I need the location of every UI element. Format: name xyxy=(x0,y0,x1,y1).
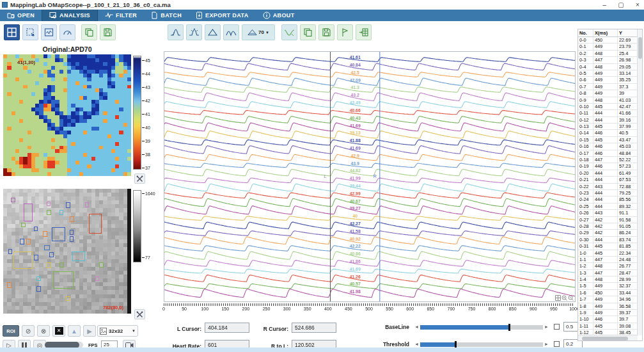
apd-rise-button[interactable] xyxy=(168,24,184,40)
apd-percent-dropdown[interactable]: 70 ▼ xyxy=(242,24,275,40)
flip-vertical-button[interactable]: ▲ xyxy=(68,325,81,337)
roi-rect[interactable] xyxy=(44,245,50,250)
table-row[interactable]: 0-1544543.47 xyxy=(578,137,638,143)
table-row[interactable]: 0-3044483.74 xyxy=(578,237,638,243)
roi-rect[interactable] xyxy=(70,236,74,242)
slider-left-arrow-icon[interactable]: ◄ xyxy=(414,324,419,330)
roi-rect[interactable] xyxy=(59,210,63,215)
table-horizontal-scrollbar[interactable] xyxy=(578,335,638,340)
roi-rect[interactable] xyxy=(7,282,12,288)
roi-rect[interactable] xyxy=(13,252,33,269)
roi-rect[interactable] xyxy=(95,276,99,282)
table-row[interactable]: 1-844936.58 xyxy=(578,303,638,310)
roi-rect[interactable] xyxy=(66,202,70,208)
roi-rect[interactable] xyxy=(85,202,89,207)
table-row[interactable]: 1-044522.34 xyxy=(578,250,638,257)
threshold-slider[interactable]: ◄ ► xyxy=(414,341,549,348)
maximize-button[interactable]: ▢ xyxy=(617,0,625,10)
table-row[interactable]: 0-1244439.16 xyxy=(578,117,638,124)
minimize-button[interactable]: – xyxy=(601,0,608,10)
roi-rect[interactable] xyxy=(66,296,70,301)
apd-peak-button[interactable] xyxy=(186,24,202,40)
table-row[interactable]: 1-144724.48 xyxy=(578,257,638,263)
flip-horizontal-button[interactable]: ▶ xyxy=(83,325,96,337)
baseline-checkbox[interactable] xyxy=(554,324,560,330)
menu-analysis[interactable]: ANALYSIS xyxy=(42,10,98,21)
threshold-checkbox[interactable] xyxy=(554,341,560,347)
menu-open[interactable]: OPEN xyxy=(0,10,42,21)
roi-rect[interactable] xyxy=(36,286,41,292)
table-row[interactable]: 1-1044639.7 xyxy=(578,316,638,323)
roi-rect[interactable] xyxy=(53,271,74,289)
apd-heatmap-panel[interactable]: 41(1,30) xyxy=(3,54,131,176)
apd-triangle-button[interactable] xyxy=(205,24,221,40)
table-row[interactable]: 0-1644645.03 xyxy=(578,143,638,150)
table-header-cell[interactable]: Y xyxy=(618,29,638,36)
roi-rect[interactable] xyxy=(34,227,38,232)
table-row[interactable]: 0-2744291.58 xyxy=(578,217,638,223)
roi-rect[interactable] xyxy=(8,249,12,255)
table-row[interactable]: 0-2344479.25 xyxy=(578,190,638,196)
table-row[interactable]: 0-1944657.23 xyxy=(578,163,638,170)
slider-thumb[interactable] xyxy=(455,341,457,348)
roi-rect[interactable] xyxy=(52,227,65,241)
table-row[interactable]: 0-644935.25 xyxy=(578,77,638,83)
roi-rect[interactable] xyxy=(11,198,15,203)
copy-traces-button[interactable] xyxy=(300,24,316,40)
table-row[interactable]: 0-744937.3 xyxy=(578,84,638,90)
roi-clear-button[interactable]: ⊘ xyxy=(22,325,35,337)
table-row[interactable]: 0-1144441.66 xyxy=(578,110,638,116)
table-row[interactable]: 0-244825.4 xyxy=(578,51,638,57)
table-row[interactable]: 1-1144539.08 xyxy=(578,323,638,330)
table-row[interactable]: 0-944841.03 xyxy=(578,97,638,104)
menu-batch[interactable]: BATCH xyxy=(144,10,189,21)
baseline-slider[interactable]: ◄ ► xyxy=(414,324,549,330)
roi-rect[interactable] xyxy=(47,262,51,268)
slider-right-arrow-icon[interactable]: ► xyxy=(544,324,549,330)
roi-rect[interactable] xyxy=(70,216,74,222)
table-row[interactable]: 0-045022.69 xyxy=(578,37,638,44)
roi-rect[interactable] xyxy=(26,239,31,244)
apd-heatmap-canvas[interactable] xyxy=(3,54,131,176)
roi-rect[interactable] xyxy=(43,231,47,237)
gauge-button[interactable] xyxy=(59,24,75,40)
heatmap-settings-button[interactable] xyxy=(134,173,145,184)
roi-rect[interactable] xyxy=(36,276,41,282)
trace-layout-button[interactable] xyxy=(41,24,57,40)
r-cursor-input[interactable]: 524.686 xyxy=(292,323,336,333)
table-row[interactable]: 0-1844752.22 xyxy=(578,157,638,163)
grid-view-button[interactable] xyxy=(4,24,20,40)
slider-track[interactable] xyxy=(420,325,543,330)
table-row[interactable]: 1-645033.44 xyxy=(578,290,638,296)
flag-marker-button[interactable] xyxy=(337,24,353,40)
roi-rect[interactable] xyxy=(59,262,64,268)
table-row[interactable]: 0-2144467.53 xyxy=(578,177,638,183)
export-table-button[interactable] xyxy=(356,24,372,40)
apd-double-peak-button[interactable] xyxy=(223,24,239,40)
roi-rect[interactable] xyxy=(72,252,85,262)
table-row[interactable]: 0-1444640.5 xyxy=(578,130,638,136)
roi-rect[interactable] xyxy=(24,204,33,221)
table-row[interactable]: 0-1744648.84 xyxy=(578,150,638,157)
table-row[interactable]: 0-2244372.88 xyxy=(578,184,638,190)
table-row[interactable]: 0-444829.05 xyxy=(578,64,638,70)
table-row[interactable]: 1-544932.37 xyxy=(578,283,638,289)
fit-trace-button[interactable] xyxy=(281,24,297,40)
table-row[interactable]: 1-444828.99 xyxy=(578,276,638,283)
table-row[interactable]: 0-844939 xyxy=(578,90,638,97)
roi-rect[interactable] xyxy=(47,202,51,207)
table-row[interactable]: 1-344728.47 xyxy=(578,270,638,276)
table-vertical-scrollbar[interactable] xyxy=(637,29,642,335)
camera-frame-panel[interactable]: 782(30,0) xyxy=(3,189,131,314)
table-row[interactable]: 0-2844291.05 xyxy=(578,223,638,230)
save-map-button[interactable] xyxy=(100,24,116,40)
roi-mode-button[interactable]: ROI xyxy=(3,325,19,337)
table-row[interactable]: 0-2644391.1 xyxy=(578,210,638,216)
save-traces-button[interactable] xyxy=(318,24,334,40)
roi-rect[interactable] xyxy=(70,230,74,235)
table-row[interactable]: 0-2544489.32 xyxy=(578,204,638,210)
slider-left-arrow-icon[interactable]: ◄ xyxy=(414,341,419,348)
table-header-cell[interactable]: X(ms) xyxy=(593,29,618,36)
roi-rect[interactable] xyxy=(99,262,104,268)
plot-corner-toolbar[interactable] xyxy=(555,295,574,301)
